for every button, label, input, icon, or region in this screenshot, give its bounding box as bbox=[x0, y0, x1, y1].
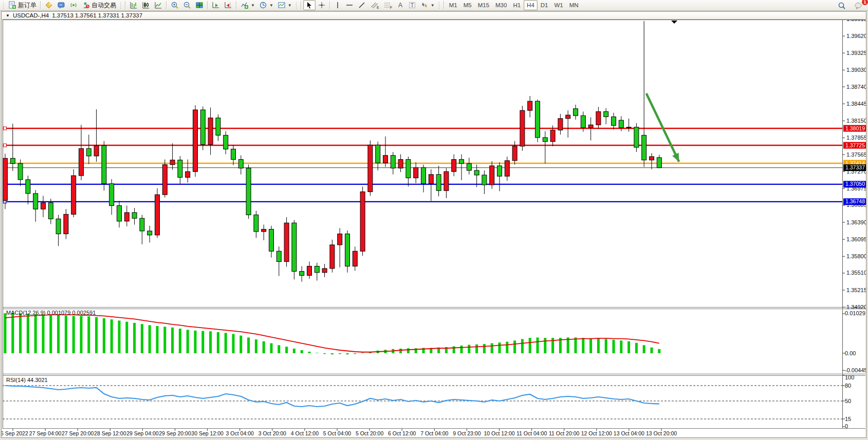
timeframe-m30-button[interactable]: M30 bbox=[492, 0, 510, 10]
arrows-tool-button[interactable]: ▼ bbox=[418, 0, 437, 10]
svg-text:6 Oct 12:00: 6 Oct 12:00 bbox=[388, 430, 416, 436]
zoom-out-icon bbox=[183, 1, 191, 9]
svg-text:28 Sep 12:00: 28 Sep 12:00 bbox=[94, 430, 126, 436]
equidistant-channel-button[interactable]: E bbox=[368, 0, 381, 10]
timeframe-m5-button[interactable]: M5 bbox=[460, 0, 475, 10]
trendline-icon bbox=[358, 1, 366, 9]
svg-text:1.36095: 1.36095 bbox=[846, 236, 866, 242]
timeframe-w1-button[interactable]: W1 bbox=[551, 0, 566, 10]
svg-text:1.37855: 1.37855 bbox=[846, 135, 866, 141]
new-order-icon bbox=[8, 1, 16, 9]
svg-text:1.35215: 1.35215 bbox=[846, 287, 866, 293]
community-icon bbox=[57, 1, 65, 9]
svg-text:13 Oct 04:00: 13 Oct 04:00 bbox=[614, 430, 644, 436]
periods-button[interactable]: ▼ bbox=[257, 0, 275, 10]
chart-window: ▼ USDCAD-,H4 1.37513 1.37561 1.37331 1.3… bbox=[1, 11, 866, 438]
svg-text:0.00: 0.00 bbox=[845, 350, 856, 356]
line-chart-button[interactable] bbox=[152, 0, 164, 10]
trendline-button[interactable] bbox=[356, 0, 368, 10]
svg-text:1.39915: 1.39915 bbox=[846, 20, 866, 22]
search-icon bbox=[838, 2, 846, 10]
vertical-line-icon bbox=[334, 1, 341, 9]
timeframe-m1-button[interactable]: M1 bbox=[446, 0, 460, 10]
auto-scroll-button[interactable] bbox=[210, 0, 222, 10]
auto-scroll-icon bbox=[212, 1, 220, 9]
horizontal-line-button[interactable] bbox=[343, 0, 356, 10]
fibonacci-button[interactable]: F bbox=[381, 0, 395, 10]
svg-text:50: 50 bbox=[845, 398, 851, 404]
svg-text:1.36748: 1.36748 bbox=[845, 198, 865, 204]
svg-text:A: A bbox=[398, 2, 402, 9]
vertical-line-button[interactable] bbox=[332, 0, 343, 10]
svg-text:1.35800: 1.35800 bbox=[846, 253, 866, 259]
clock-icon bbox=[259, 1, 267, 9]
svg-text:-0.004453: -0.004453 bbox=[845, 367, 866, 373]
shift-marker-icon bbox=[671, 21, 677, 24]
time-axis: 26 Sep 202227 Sep 04:0027 Sep 20:0028 Se… bbox=[2, 429, 677, 436]
timeframe-mn-button[interactable]: MN bbox=[566, 0, 582, 10]
timeframe-h1-button[interactable]: H1 bbox=[510, 0, 524, 10]
svg-text:1.36390: 1.36390 bbox=[846, 219, 866, 225]
svg-text:11 Oct 20:00: 11 Oct 20:00 bbox=[549, 430, 580, 436]
svg-text:1.35510: 1.35510 bbox=[846, 270, 866, 276]
svg-text:F: F bbox=[390, 6, 392, 9]
tile-windows-button[interactable] bbox=[193, 0, 206, 10]
templates-button[interactable]: ▼ bbox=[275, 0, 294, 10]
cursor-button[interactable] bbox=[303, 0, 316, 10]
svg-text:1.34920: 1.34920 bbox=[846, 304, 866, 310]
timeframe-h4-button[interactable]: H4 bbox=[524, 0, 538, 10]
equidistant-channel-icon: E bbox=[370, 1, 379, 9]
svg-text:1.38445: 1.38445 bbox=[846, 101, 866, 107]
zoom-in-button[interactable] bbox=[169, 0, 181, 10]
metaeditor-button[interactable] bbox=[43, 0, 55, 10]
timeframe-d1-button[interactable]: D1 bbox=[538, 0, 551, 10]
line-anchor-handle[interactable] bbox=[4, 144, 7, 147]
zoom-out-button[interactable] bbox=[181, 0, 193, 10]
svg-text:1.37050: 1.37050 bbox=[845, 181, 865, 187]
new-order-button[interactable]: 新订单 bbox=[6, 0, 39, 10]
svg-text:9 Oct 23:00: 9 Oct 23:00 bbox=[453, 430, 481, 436]
chart-shift-icon bbox=[224, 1, 232, 9]
macd-indicator-label: MACD(12,26,9) 0.001079 0.002591 bbox=[6, 310, 96, 316]
toolbar-grip[interactable] bbox=[3, 2, 5, 9]
templates-icon bbox=[278, 1, 286, 9]
candlestick-chart-icon bbox=[142, 1, 150, 9]
svg-text:10 Oct 12:00: 10 Oct 12:00 bbox=[484, 430, 514, 436]
rsi-indicator-label: RSI(14) 44.3021 bbox=[6, 377, 48, 383]
signals-icon bbox=[69, 1, 78, 9]
autotrading-icon bbox=[82, 1, 90, 9]
autotrading-label: 自动交易 bbox=[91, 1, 116, 10]
svg-text:1.37725: 1.37725 bbox=[845, 142, 865, 148]
line-anchor-handle[interactable] bbox=[4, 127, 7, 130]
candlestick-chart-button[interactable] bbox=[140, 0, 152, 10]
svg-text:30 Sep 12:00: 30 Sep 12:00 bbox=[191, 430, 224, 436]
signals-button[interactable] bbox=[67, 0, 80, 10]
notification-badge: 1 bbox=[862, 0, 868, 5]
horizontal-level-lines[interactable] bbox=[3, 127, 842, 203]
line-chart-icon bbox=[154, 1, 162, 9]
text-button[interactable]: A bbox=[395, 0, 406, 10]
text-label-button[interactable]: T bbox=[406, 0, 418, 10]
crosshair-button[interactable] bbox=[316, 0, 328, 10]
chart-canvas[interactable]: 1.399151.396201.393251.390301.387401.384… bbox=[2, 20, 866, 437]
svg-text:E: E bbox=[377, 6, 379, 9]
autotrading-button[interactable]: 自动交易 bbox=[80, 0, 118, 10]
svg-text:4 Oct 12:00: 4 Oct 12:00 bbox=[291, 430, 319, 436]
indicators-button[interactable]: ▼ bbox=[238, 0, 257, 10]
svg-text:1.39620: 1.39620 bbox=[846, 33, 866, 39]
search-button[interactable] bbox=[836, 1, 848, 11]
svg-text:29 Sep 20:00: 29 Sep 20:00 bbox=[159, 430, 191, 436]
chart-shift-button[interactable] bbox=[222, 0, 234, 10]
fibonacci-icon: F bbox=[383, 1, 393, 9]
main-toolbar: 新订单 自动交易 bbox=[0, 0, 868, 11]
collapse-arrow-icon[interactable]: ▼ bbox=[6, 13, 10, 18]
svg-text:5 Oct 04:00: 5 Oct 04:00 bbox=[323, 430, 351, 436]
timeframe-m15-button[interactable]: M15 bbox=[475, 0, 492, 10]
trend-arrow-annotation[interactable] bbox=[647, 93, 679, 162]
community-button[interactable] bbox=[55, 0, 67, 10]
zoom-in-icon bbox=[171, 1, 179, 9]
chat-button[interactable]: 1 bbox=[852, 1, 865, 11]
svg-text:0.01029: 0.01029 bbox=[845, 310, 865, 316]
panel-borders bbox=[3, 20, 865, 429]
bar-chart-button[interactable] bbox=[127, 0, 140, 10]
